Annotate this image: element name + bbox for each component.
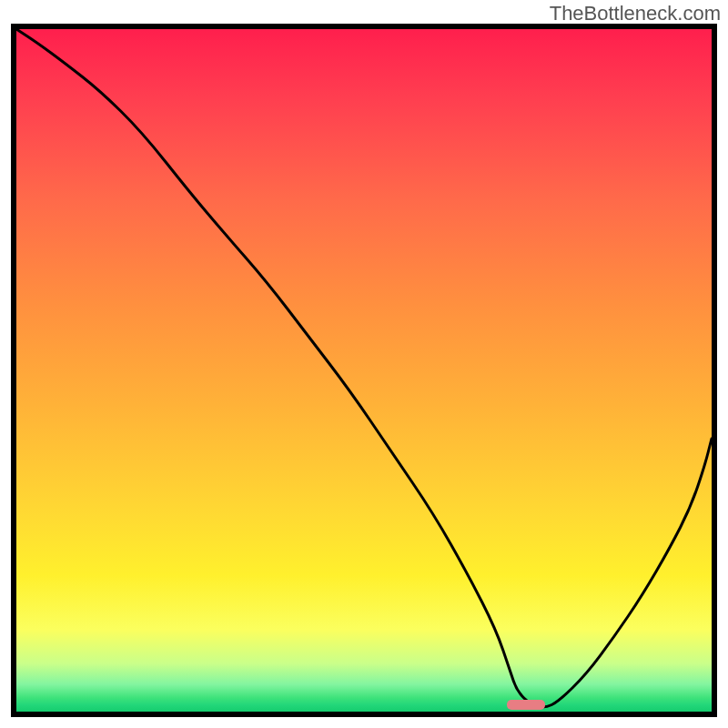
chart-optimum-marker <box>507 700 545 710</box>
chart-plot-area <box>11 24 717 717</box>
watermark-text: TheBottleneck.com <box>550 2 721 25</box>
chart-curve <box>16 29 712 712</box>
